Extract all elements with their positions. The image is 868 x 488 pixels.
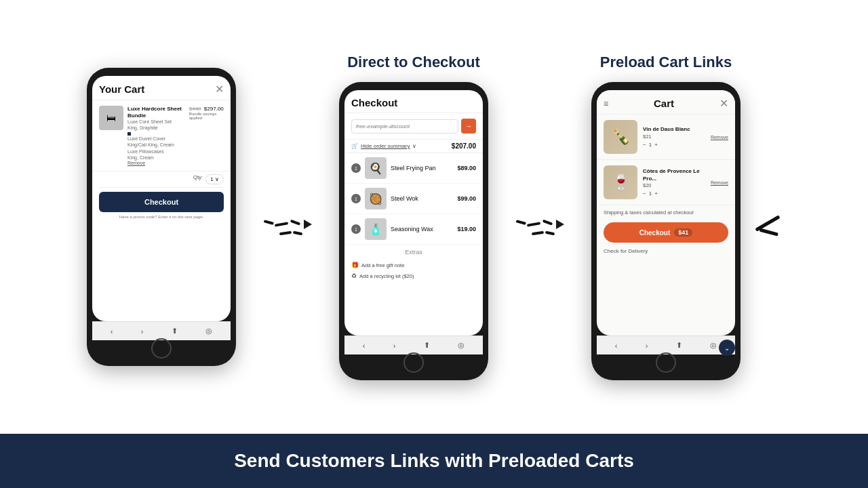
cart3-item-2: 🍷 Côtes de Provence Le Pro... $20 − 1 + … (597, 160, 735, 205)
qty-2: 1 (649, 190, 652, 197)
compass-icon-2[interactable]: ◎ (458, 341, 465, 350)
compass-icon-3[interactable]: ◎ (710, 341, 717, 350)
minus-icon-1[interactable]: − (643, 142, 646, 148)
order-total: $207.00 (452, 142, 476, 150)
item-badge-3: 1 (351, 224, 361, 234)
home-button-2[interactable] (403, 352, 424, 373)
item-name-3: Seasoning Wax (391, 226, 453, 232)
close-icon[interactable]: ✕ (215, 83, 224, 96)
item-sub6: King, Cream (127, 155, 189, 161)
chevron-icon: ∨ (412, 143, 416, 149)
plus-icon-2[interactable]: + (654, 190, 658, 197)
shipping-note: Shipping & taxes calculated at checkout (597, 205, 735, 220)
share-icon[interactable]: ⬆ (172, 327, 178, 336)
phone3-frame: ≡ Cart ✕ 🍾 Vin de Daus Blanc $21 − 1 + (591, 82, 741, 380)
home-bar-1 (92, 340, 231, 354)
home-button-1[interactable] (151, 338, 172, 359)
checkout3-button[interactable]: Checkout $41 (604, 222, 728, 243)
extras-section: Extras 🎁 Add a free gift note ♻ Add a re… (344, 245, 483, 284)
right-dashes (754, 222, 781, 232)
item-img-3: 🧴 (365, 218, 387, 240)
promo-row: → (344, 113, 483, 139)
cart-title: Your Cart (99, 83, 144, 95)
item-name-2: Steel Wok (391, 195, 453, 202)
delivery-check[interactable]: Check for Delivery (597, 245, 735, 257)
item-sub1: Luxe Core Sheet Set (127, 119, 189, 125)
home-button-3[interactable] (656, 352, 676, 373)
item-name-1: Steel Frying Pan (391, 165, 453, 171)
item-sub2: King, Graphite (127, 125, 189, 131)
share-icon-3[interactable]: ⬆ (676, 341, 682, 350)
item-details: Luxe Hardcore Sheet Bundle Luxe Core She… (127, 106, 224, 165)
order-summary-row: 🛒 Hide order summary ∨ $207.00 (344, 139, 483, 153)
plus-icon-1[interactable]: + (654, 142, 658, 148)
close-icon-3[interactable]: ✕ (719, 97, 728, 110)
qty-selector[interactable]: 1 ∨ (205, 174, 224, 184)
item-name: Luxe Hardcore Sheet Bundle (127, 106, 189, 119)
cart3-item2-details: Côtes de Provence Le Pro... $20 − 1 + (643, 168, 705, 197)
cart3-item1-details: Vin de Daus Blanc $21 − 1 + (643, 126, 705, 147)
browser-bar-3: ‹ › ⬆ ◎ (597, 336, 735, 354)
cart3-item2-price: $20 (643, 182, 705, 188)
recycle-icon: ♻ (351, 272, 357, 279)
phone1-col: Your Cart ✕ 🛏 Luxe Hardcore Sheet Bundle… (87, 68, 236, 366)
item-badge-1: 1 (351, 163, 361, 173)
forward-icon-3[interactable]: › (646, 342, 648, 350)
remove-link-2[interactable]: Remove (711, 180, 728, 185)
checkout-button[interactable]: Checkout (99, 192, 224, 212)
extra-item-1[interactable]: 🎁 Add a free gift note (351, 260, 476, 270)
phone2-screen: Checkout → 🛒 Hide order summary ∨ $207.0… (344, 90, 483, 336)
cart3-controls-1: − 1 + (643, 142, 705, 148)
remove-link[interactable]: Remove (127, 161, 224, 165)
phone1-screen: Your Cart ✕ 🛏 Luxe Hardcore Sheet Bundle… (92, 76, 231, 321)
phone3-label: Preload Cart Links (600, 54, 732, 71)
summary-left: 🛒 Hide order summary ∨ (351, 143, 416, 149)
phone2-label: Direct to Checkout (347, 54, 480, 71)
checkout-header: Checkout (344, 90, 483, 113)
wine-img-1: 🍾 (604, 120, 637, 154)
menu-icon[interactable]: ≡ (604, 99, 608, 108)
item-sub3: Luxe Duvet Cover (127, 136, 189, 142)
item-price: $440 $297.00 Bundle savings applied (189, 106, 224, 120)
checkout-title: Checkout (351, 97, 476, 108)
line-item-2: 1 🥘 Steel Wok $99.00 (344, 184, 483, 214)
item-sub5: Luxe Pillowcases (127, 148, 189, 155)
hide-order-label[interactable]: Hide order summary (361, 143, 410, 149)
extras-label: Extras (351, 249, 476, 256)
cart3-title: Cart (654, 98, 674, 109)
home-bar-3 (597, 354, 735, 368)
phone3-screen: ≡ Cart ✕ 🍾 Vin de Daus Blanc $21 − 1 + (597, 90, 735, 336)
item-sub4: King/Cali King, Cream (127, 142, 189, 148)
item-price-3: $19.00 (457, 226, 476, 232)
promo-submit-button[interactable]: → (461, 119, 476, 134)
item-price-2: $99.00 (457, 195, 476, 202)
connector-1 (263, 220, 312, 235)
line-item-1: 1 🍳 Steel Frying Pan $89.00 (344, 153, 483, 184)
arrow-right-icon (304, 220, 312, 229)
cart3-item1-name: Vin de Daus Blanc (643, 126, 705, 133)
promo-input[interactable] (351, 119, 458, 134)
cart3-item1-price: $21 (643, 134, 705, 140)
qty-1: 1 (649, 142, 652, 148)
remove-link-1[interactable]: Remove (711, 135, 728, 140)
phone3-col: Preload Cart Links ≡ Cart ✕ 🍾 Vin de Dau… (591, 54, 741, 380)
qty-label: Qty: (193, 174, 203, 184)
back-icon[interactable]: ‹ (111, 327, 113, 336)
line-item-3: 1 🧴 Seasoning Wax $19.00 (344, 214, 483, 245)
extra2-label: Add a recycling kit ($20) (359, 273, 414, 279)
share-icon-2[interactable]: ⬆ (424, 341, 430, 350)
checkout3-price: $41 (674, 228, 692, 237)
price-old: $440 (189, 106, 201, 112)
back-icon-3[interactable]: ‹ (615, 342, 618, 350)
forward-icon-2[interactable]: › (393, 342, 396, 350)
back-icon-2[interactable]: ‹ (363, 342, 366, 350)
forward-icon[interactable]: › (141, 327, 144, 336)
phone2-col: Direct to Checkout Checkout → 🛒 Hide ord… (339, 54, 488, 380)
item-thumbnail: 🛏 (99, 106, 123, 130)
home-bar-2 (344, 354, 483, 368)
browser-bar-2: ‹ › ⬆ ◎ (344, 336, 483, 354)
minus-icon-2[interactable]: − (643, 190, 646, 197)
extra-item-2[interactable]: ♻ Add a recycling kit ($20) (351, 270, 476, 281)
cart3-header: ≡ Cart ✕ (597, 90, 735, 115)
compass-icon[interactable]: ◎ (205, 327, 212, 336)
